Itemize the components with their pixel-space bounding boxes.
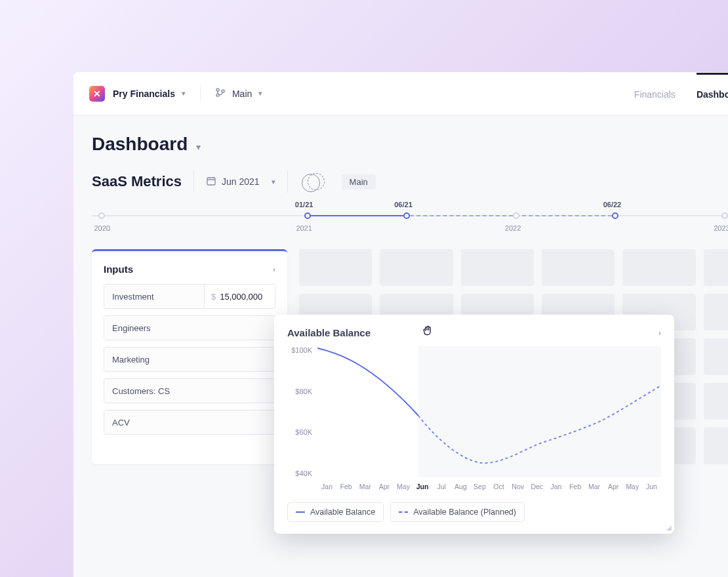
svg-rect-3 <box>207 178 215 185</box>
x-tick: Jul <box>432 483 451 490</box>
timeline-dot-2020[interactable] <box>98 212 105 219</box>
branch-icon <box>215 87 226 100</box>
placeholder-tile <box>542 249 615 286</box>
y-tick: $80K <box>287 388 312 395</box>
brand-chevron-icon[interactable]: ▾ <box>182 89 186 98</box>
input-row-investment[interactable]: Investment $ 15,000,000 <box>104 284 275 309</box>
legend: Available Balance Available Balance (Pla… <box>287 502 661 522</box>
y-tick: $40K <box>287 469 312 477</box>
x-tick-current: Jun <box>413 483 432 490</box>
x-tick: Jun <box>642 483 661 490</box>
timeline-dot-2022[interactable] <box>513 212 519 219</box>
page-header: Dashboard ▾ <box>73 115 728 155</box>
date-picker-label: Jun 2021 <box>222 176 260 187</box>
timeline-year-2021: 2021 <box>296 224 312 232</box>
branch-name[interactable]: Main <box>232 89 252 99</box>
timeline[interactable]: 01/21 06/21 06/22 2020 2021 2022 2023 <box>92 205 728 237</box>
brand-name[interactable]: Pry Financials <box>113 89 175 99</box>
svg-point-1 <box>216 94 219 96</box>
y-tick: $60K <box>287 428 312 436</box>
subheader-divider <box>193 170 194 193</box>
legend-line-solid-icon <box>296 511 305 513</box>
x-tick: Nov <box>508 483 527 490</box>
input-row-acv[interactable]: ACV <box>104 410 275 435</box>
input-label: ACV <box>104 410 275 434</box>
timeline-dot-0121[interactable] <box>304 212 311 219</box>
svg-point-2 <box>222 90 224 92</box>
placeholder-tile <box>704 294 728 330</box>
timeline-planned-segment <box>403 215 612 216</box>
legend-label: Available Balance (Planned) <box>413 507 516 517</box>
x-tick: Oct <box>489 483 508 490</box>
input-row-marketing[interactable]: Marketing <box>104 347 275 372</box>
placeholder-tile <box>299 249 372 286</box>
nav-tab-dashboard[interactable]: Dashboard <box>697 73 728 114</box>
scenario-compare-icon[interactable] <box>308 173 325 190</box>
timeline-label-0121: 01/21 <box>295 201 313 209</box>
timeline-dot-2023[interactable] <box>721 212 728 219</box>
x-tick: Sep <box>470 483 489 490</box>
inputs-card: Inputs ··· Investment $ 15,000,000 Engin… <box>92 249 287 464</box>
chart-plot: $100K $80K $60K $40K <box>287 346 661 477</box>
x-tick: Feb <box>336 483 355 490</box>
line-planned <box>418 386 661 463</box>
timeline-dot-0621[interactable] <box>403 212 410 219</box>
x-axis: Jan Feb Mar Apr May Jun Jul Aug Sep Oct … <box>287 483 661 490</box>
placeholder-tile <box>704 338 728 375</box>
nav-tab-financials[interactable]: Financials <box>634 73 676 114</box>
available-balance-card[interactable]: Available Balance ··· $100K $80K $60K $4… <box>274 315 674 534</box>
legend-actual[interactable]: Available Balance <box>287 502 384 522</box>
nav-tabs: Financials Dashboard Hiri <box>634 73 728 114</box>
page-title-chevron-icon[interactable]: ▾ <box>196 142 201 152</box>
legend-line-dashed-icon <box>399 511 408 513</box>
x-tick: Mar <box>355 483 374 490</box>
plot-area <box>317 346 661 477</box>
subheader: SaaS Metrics Jun 2021 ▾ Main <box>73 155 728 205</box>
y-axis: $100K $80K $60K $40K <box>287 346 317 477</box>
y-tick: $100K <box>287 346 312 354</box>
placeholder-tile <box>704 249 728 286</box>
date-picker[interactable]: Jun 2021 ▾ <box>206 176 275 188</box>
app-logo: ✕ <box>89 86 105 102</box>
x-tick: Mar <box>585 483 604 490</box>
timeline-year-2020: 2020 <box>94 224 110 232</box>
currency-icon: $ <box>211 292 216 302</box>
x-tick: Jan <box>317 483 336 490</box>
input-row-engineers[interactable]: Engineers <box>104 315 275 340</box>
input-label: Investment <box>104 285 204 308</box>
x-tick: Apr <box>604 483 623 490</box>
sub-title: SaaS Metrics <box>92 173 182 190</box>
x-tick: Aug <box>451 483 470 490</box>
grab-cursor-icon <box>421 324 434 340</box>
timeline-label-0622: 06/22 <box>603 201 622 209</box>
input-label: Customers: CS <box>104 379 275 403</box>
x-tick: Dec <box>527 483 546 490</box>
date-chevron-icon: ▾ <box>272 178 275 186</box>
input-value[interactable]: 15,000,000 <box>220 292 262 302</box>
subheader-divider-2 <box>287 170 288 193</box>
scenario-pill[interactable]: Main <box>342 174 376 189</box>
placeholder-tile <box>704 428 728 464</box>
inputs-menu-icon[interactable]: ··· <box>268 268 280 270</box>
placeholder-tile <box>704 383 728 420</box>
calendar-icon <box>206 176 216 188</box>
timeline-dot-0622[interactable] <box>612 212 618 219</box>
inputs-title: Inputs <box>104 264 133 275</box>
legend-label: Available Balance <box>310 507 375 517</box>
resize-handle-icon[interactable]: ◢ <box>666 524 672 531</box>
x-tick: Apr <box>374 483 394 490</box>
input-row-customers-cs[interactable]: Customers: CS <box>104 378 275 403</box>
chart-menu-icon[interactable]: ··· <box>654 331 666 334</box>
top-bar: ✕ Pry Financials ▾ Main ▾ Financials Das… <box>73 72 728 115</box>
timeline-actual-segment <box>304 215 403 216</box>
input-label: Engineers <box>104 316 275 340</box>
chart-title: Available Balance <box>287 327 371 338</box>
legend-planned[interactable]: Available Balance (Planned) <box>390 502 525 522</box>
x-tick: May <box>394 483 413 490</box>
branch-chevron-icon[interactable]: ▾ <box>258 89 262 98</box>
x-tick: Feb <box>565 483 584 490</box>
app-window: ✕ Pry Financials ▾ Main ▾ Financials Das… <box>73 72 728 577</box>
line-actual <box>317 348 418 416</box>
placeholder-tile <box>461 249 534 286</box>
timeline-year-2022: 2022 <box>505 224 521 232</box>
